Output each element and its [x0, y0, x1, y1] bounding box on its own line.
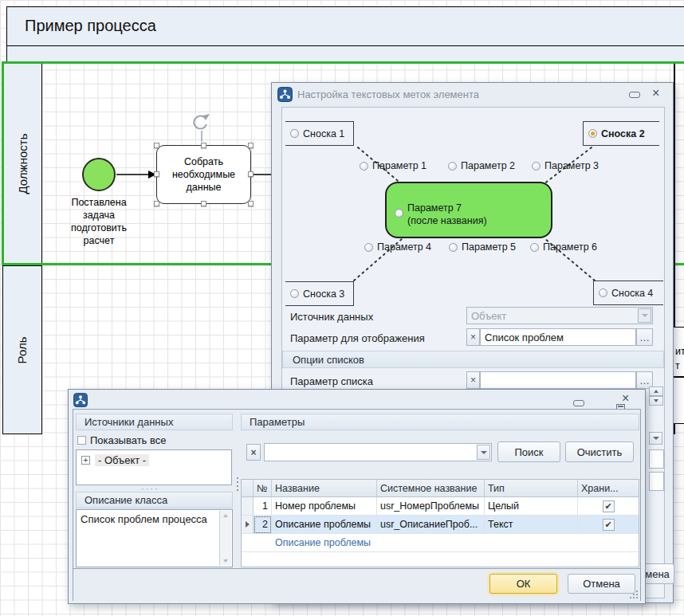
dialog1-titlebar[interactable]: Настройка текстовых меток элемента × [272, 83, 673, 105]
vertical-splitter[interactable] [236, 477, 239, 498]
radio-icon[interactable] [395, 209, 403, 218]
clear-icon[interactable]: × [466, 328, 480, 346]
clear-search-icon[interactable]: × [246, 444, 261, 461]
param-7-option[interactable]: Параметр 7 (после названия) [395, 202, 487, 227]
table-row-selected[interactable]: 2 Описание проблемы usr_ОписаниеПроб... … [242, 516, 639, 534]
list-param-label: Параметр списка [290, 375, 373, 387]
radio-selected-icon[interactable] [588, 129, 597, 138]
dialog2-content-frame: Источники данных Показывать все + - Объе… [73, 409, 641, 601]
clear-button[interactable]: Очистить [565, 441, 634, 462]
start-event[interactable] [82, 158, 116, 191]
tree-expander-icon[interactable]: + [81, 456, 90, 465]
dialog2-button-band: ОК Отмена [73, 568, 640, 601]
col-name[interactable]: Название [272, 480, 377, 497]
element-preview-shape[interactable]: Параметр 7 (после названия) [385, 182, 552, 238]
footnote-4-option[interactable]: Сноска 4 [593, 281, 663, 305]
selection-handle[interactable] [248, 171, 254, 177]
browse-button[interactable]: … [636, 328, 653, 346]
lane-dolzhnost-label: Должность [16, 133, 29, 194]
search-button[interactable]: Поиск [497, 441, 560, 462]
param-6-option[interactable]: Параметр 6 [530, 241, 597, 253]
chevron-down-icon[interactable] [477, 445, 490, 460]
col-type[interactable]: Тип [485, 480, 578, 497]
scrollbar[interactable] [219, 511, 231, 566]
radio-icon[interactable] [360, 162, 368, 171]
col-sysname[interactable]: Системное название [377, 480, 485, 497]
data-source-label: Источник данных [290, 311, 373, 323]
chevron-down-icon[interactable] [649, 432, 662, 445]
dialog2-titlebar[interactable]: × [69, 390, 645, 410]
radio-icon[interactable] [364, 243, 373, 252]
minimize-icon[interactable] [573, 400, 584, 406]
search-combo[interactable] [264, 443, 492, 461]
param-2-option[interactable]: Параметр 2 [448, 160, 515, 171]
col-num[interactable]: № [254, 480, 272, 497]
chevron-down-icon[interactable] [638, 308, 651, 323]
selection-handle[interactable] [201, 201, 206, 206]
param-1-option[interactable]: Параметр 1 [360, 160, 427, 171]
param-7-line1: Параметр 7 [407, 202, 487, 214]
radio-icon[interactable] [290, 289, 299, 298]
table-row[interactable]: 1 Номер проблемы usr_НомерПроблемы Целый… [242, 497, 639, 516]
scroll-up-icon[interactable] [223, 514, 228, 517]
app-icon [277, 87, 293, 102]
param-3-option[interactable]: Параметр 3 [532, 160, 599, 171]
data-sources-tree[interactable]: + - Объект - [76, 449, 232, 485]
radio-icon[interactable] [290, 129, 299, 138]
lane-rol-strip[interactable]: Роль [2, 265, 42, 434]
close-icon[interactable]: × [622, 393, 629, 404]
task-shape[interactable]: Собрать необходимые данные [156, 145, 251, 204]
start-event-label: Поставлена задача подготовить расчет [51, 196, 147, 247]
app-icon [73, 393, 88, 407]
col-stored[interactable]: Храни... [578, 480, 639, 497]
show-all-checkbox[interactable]: Показывать все [77, 434, 166, 446]
minimize-icon[interactable] [629, 92, 640, 98]
data-sources-header: Источники данных [76, 414, 233, 430]
lane-dolzhnost-strip[interactable]: Должность [4, 64, 42, 263]
radio-icon[interactable] [532, 162, 541, 171]
row-selector-header [242, 480, 254, 497]
footnote-3-option[interactable]: Сноска 3 [285, 281, 354, 306]
param-5-option[interactable]: Параметр 5 [449, 241, 516, 253]
data-source-combo[interactable]: Объект [466, 307, 653, 324]
stored-checkbox[interactable]: ✔ [603, 519, 615, 531]
clear-icon[interactable]: × [466, 371, 480, 389]
selection-handle[interactable] [248, 143, 254, 148]
close-icon[interactable]: × [652, 88, 659, 99]
radio-icon[interactable] [599, 288, 607, 297]
dialog-parameter-picker: × Источники данных Показывать все + - Об… [68, 389, 646, 604]
resize-grip[interactable] [629, 590, 639, 599]
stored-checkbox[interactable]: ✔ [603, 500, 615, 512]
display-param-field[interactable]: Список проблем [480, 328, 636, 346]
radio-icon[interactable] [448, 162, 457, 171]
process-title-band[interactable]: Пример процесса [6, 6, 684, 46]
horizontal-splitter[interactable]: ···· [141, 486, 159, 491]
selection-handle[interactable] [154, 171, 159, 177]
selection-handle[interactable] [154, 143, 159, 148]
class-description-box[interactable]: Список проблем процесса [76, 509, 233, 567]
radio-icon[interactable] [530, 243, 539, 252]
hidden-field-fragment[interactable] [649, 449, 664, 469]
checkbox-icon[interactable] [77, 436, 86, 445]
selection-handle[interactable] [154, 201, 159, 206]
cell-num: 2 [254, 516, 272, 534]
selection-handle[interactable] [248, 201, 254, 206]
scroll-down-icon[interactable] [223, 559, 228, 563]
spinner-control[interactable] [649, 386, 663, 406]
list-param-field[interactable] [480, 371, 636, 389]
footnote-2-option[interactable]: Сноска 2 [583, 121, 659, 146]
hidden-field-fragment[interactable] [649, 472, 664, 491]
cell-name: Номер проблемы [272, 497, 377, 516]
detail-row[interactable]: Описание проблемы [242, 534, 639, 552]
lane-rol-label: Роль [16, 336, 29, 363]
dialog1-title: Настройка текстовых меток элемента [297, 88, 479, 100]
detail-link[interactable]: Описание проблемы [275, 537, 371, 548]
footnote-1-option[interactable]: Сноска 1 [285, 121, 354, 146]
current-row-marker-icon [246, 521, 250, 528]
tree-item-object[interactable]: - Объект - [95, 454, 149, 466]
selection-handle[interactable] [201, 143, 206, 148]
param-4-option[interactable]: Параметр 4 [364, 241, 431, 253]
cancel-button[interactable]: Отмена [568, 574, 635, 594]
radio-icon[interactable] [449, 243, 458, 252]
ok-button[interactable]: ОК [489, 574, 557, 594]
